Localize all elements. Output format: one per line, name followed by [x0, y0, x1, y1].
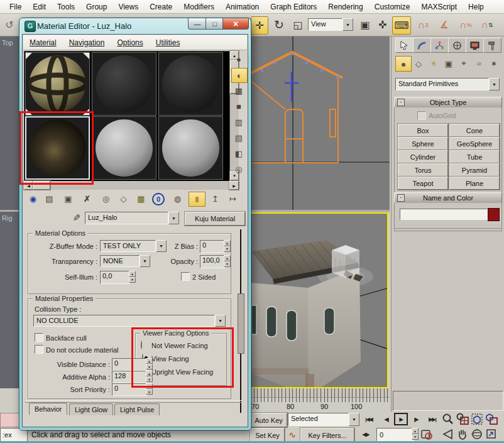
maximize-button[interactable]: □: [205, 18, 224, 30]
play-button[interactable]: ▶: [394, 413, 408, 425]
time-configuration-button[interactable]: [420, 427, 434, 441]
material-class-button[interactable]: Kuju Material: [185, 212, 245, 226]
backlight-button[interactable]: ◐: [231, 68, 248, 83]
sample-slot-1[interactable]: [25, 52, 90, 116]
z-buffer-mode-dropdown[interactable]: TEST ONLY ▼: [100, 240, 167, 252]
key-mode-toggle-button[interactable]: ◀▶: [358, 428, 373, 441]
spin-down-icon[interactable]: ▼: [129, 277, 136, 283]
palette-hscrollbar[interactable]: ◀ ▶: [24, 181, 239, 190]
not-viewer-facing-radio[interactable]: [141, 341, 142, 349]
min-max-toggle-button[interactable]: [485, 427, 498, 441]
teapot-button[interactable]: Teapot: [398, 177, 448, 190]
tab-create[interactable]: [395, 38, 414, 53]
tab-light-glow[interactable]: Light Glow: [69, 403, 113, 415]
zoom-extents-all-button[interactable]: [485, 412, 498, 426]
spin-down-icon[interactable]: ▼: [146, 389, 153, 395]
cylinder-button[interactable]: Cylinder: [398, 150, 448, 163]
geosphere-button[interactable]: GeoSphere: [449, 137, 500, 150]
make-unique-button[interactable]: ◇: [116, 192, 131, 205]
systems-category-button[interactable]: ✶: [487, 57, 501, 70]
menu-tools[interactable]: Tools: [52, 1, 80, 13]
rollout-scrollbar-thumb[interactable]: [238, 293, 244, 354]
zoom-button[interactable]: [441, 412, 455, 426]
spin-up-icon[interactable]: ▲: [224, 255, 231, 261]
angle-snap-button[interactable]: ∡: [435, 16, 454, 33]
arc-rotate-button[interactable]: [470, 427, 484, 441]
category-dropdown[interactable]: Standard Primitives ▼: [395, 78, 500, 90]
video-color-check-button[interactable]: ▥: [231, 115, 246, 129]
sample-slot-6[interactable]: [158, 116, 223, 180]
zoom-extents-button[interactable]: [470, 412, 484, 426]
viewport-divider[interactable]: [0, 210, 19, 212]
menu-file[interactable]: File: [4, 1, 27, 13]
zoom-all-button[interactable]: [456, 412, 469, 426]
field-of-view-button[interactable]: [441, 427, 455, 441]
background-button[interactable]: ▩: [231, 84, 246, 97]
sample-slot-5[interactable]: [92, 116, 156, 180]
minimize-button[interactable]: —: [188, 18, 207, 30]
dropdown-arrow-icon[interactable]: ▼: [168, 212, 179, 224]
left-viewport-strip[interactable]: Top Rig: [0, 36, 19, 388]
spin-down-icon[interactable]: ▼: [412, 434, 419, 440]
backface-cull-checkbox[interactable]: [35, 333, 43, 342]
plane-button[interactable]: Plane: [449, 177, 500, 190]
self-illum-field[interactable]: 0,0: [100, 271, 130, 284]
undo-icon[interactable]: ↺: [1, 16, 18, 33]
menu-views[interactable]: Views: [112, 1, 144, 13]
dropdown-arrow-icon[interactable]: ▼: [156, 240, 167, 252]
material-editor-titlebar[interactable]: G Material Editor - Luz_Halo — □ ×: [19, 18, 249, 34]
spin-down-icon[interactable]: ▼: [224, 261, 231, 268]
scroll-left-icon[interactable]: ◀: [24, 181, 33, 190]
menu-modifiers[interactable]: Modifiers: [178, 1, 220, 13]
dropdown-arrow-icon[interactable]: ▼: [342, 18, 353, 31]
selection-filter-dropdown[interactable]: Selected ▼: [288, 413, 359, 426]
reset-map-button[interactable]: ✗: [79, 192, 95, 205]
menu-maxscript[interactable]: MAXScript: [415, 1, 463, 13]
make-material-copy-button[interactable]: ◎: [98, 192, 114, 205]
additive-alpha-spinner[interactable]: ▲▼: [146, 371, 153, 382]
front-viewport[interactable]: [250, 36, 390, 210]
dropdown-arrow-icon[interactable]: ▼: [349, 413, 359, 426]
make-preview-button[interactable]: ▤: [231, 131, 246, 145]
cameras-category-button[interactable]: ▣: [442, 57, 456, 70]
object-name-input[interactable]: [400, 209, 488, 220]
close-button[interactable]: ×: [222, 18, 249, 30]
spin-up-icon[interactable]: ▲: [224, 240, 231, 246]
menu-rendering[interactable]: Rendering: [322, 1, 368, 13]
sample-slot-3[interactable]: [158, 52, 223, 116]
go-to-parent-button[interactable]: ↥: [207, 192, 223, 205]
spin-down-icon[interactable]: ▼: [224, 246, 231, 253]
put-material-to-scene-button[interactable]: ▤: [41, 192, 57, 205]
options-button[interactable]: ◧: [231, 146, 246, 160]
dropdown-arrow-icon[interactable]: ▼: [140, 255, 150, 267]
key-filters-button[interactable]: Key Filters...: [300, 428, 354, 442]
transparency-dropdown[interactable]: NONE ▼: [100, 255, 150, 267]
menu-animation[interactable]: Animation: [220, 1, 265, 13]
tab-motion[interactable]: [448, 38, 466, 53]
tab-utilities[interactable]: [483, 38, 501, 53]
two-sided-checkbox[interactable]: [181, 272, 190, 281]
spin-up-icon[interactable]: ▲: [129, 271, 136, 277]
spin-down-icon[interactable]: ▼: [146, 376, 153, 382]
previous-frame-button[interactable]: ◀|: [380, 413, 393, 426]
spinner-snap-button[interactable]: ∩⇅: [478, 16, 496, 33]
collision-type-dropdown[interactable]: NO COLLIDE ▼: [33, 315, 226, 327]
visible-distance-field[interactable]: 0: [112, 358, 147, 371]
opacity-spinner[interactable]: ▲▼: [224, 255, 231, 267]
additive-alpha-field[interactable]: 128: [112, 371, 147, 383]
spin-up-icon[interactable]: ▲: [146, 383, 153, 389]
spin-up-icon[interactable]: ▲: [146, 371, 153, 376]
sample-type-button[interactable]: ●: [231, 52, 246, 66]
dropdown-arrow-icon[interactable]: ▼: [215, 315, 226, 327]
sort-priority-field[interactable]: 0: [112, 383, 147, 396]
select-and-scale-button[interactable]: ◱: [290, 16, 305, 33]
perspective-viewport[interactable]: [250, 212, 388, 388]
material-name-dropdown[interactable]: Luz_Halo ▼: [85, 212, 179, 224]
material-map-navigator-button[interactable]: ⋮: [231, 178, 246, 192]
lights-category-button[interactable]: ☀: [427, 57, 441, 70]
z-bias-spinner[interactable]: ▲▼: [224, 240, 231, 252]
new-key-filter-curve-icon[interactable]: ∿: [286, 428, 299, 441]
tab-light-pulse[interactable]: Light Pulse: [114, 403, 160, 415]
sample-slot-4-selected[interactable]: [25, 116, 90, 180]
snap-toggle-3d-button[interactable]: ∩3: [414, 16, 432, 33]
